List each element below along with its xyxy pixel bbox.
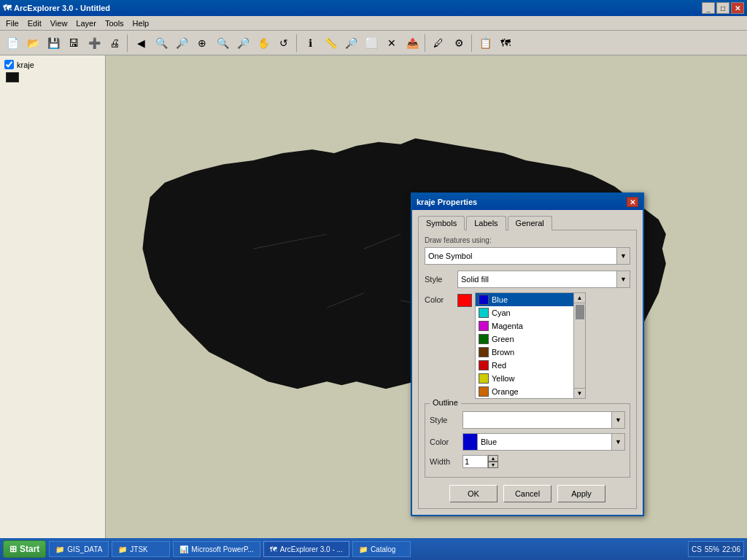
clearsel-button[interactable]: ✕ [382,34,401,52]
refresh-button[interactable]: ↺ [274,34,293,52]
menu-tools[interactable]: Tools [101,18,128,29]
tab-labels[interactable]: Labels [466,216,506,230]
color-name-orange: Orange [492,387,519,396]
outline-style-arrow[interactable]: ▼ [611,412,624,428]
menu-file[interactable]: File [1,18,23,29]
print-button[interactable]: 🖨 [105,34,124,52]
color-item-green[interactable]: Green [476,332,573,346]
spin-up-button[interactable]: ▲ [488,455,498,462]
color-name-yellow: Yellow [492,374,514,383]
color-item-red[interactable]: Red [476,359,573,372]
color-item-yellow[interactable]: Yellow [476,372,573,385]
cancel-button[interactable]: Cancel [503,485,551,502]
taskbar-item-jtsk[interactable]: 📁 JTSK [112,541,170,557]
outline-color-arrow[interactable]: ▼ [611,434,624,450]
outline-width-label: Width [430,457,462,466]
zoom-in-button[interactable]: 🔍 [213,34,232,52]
tab-symbols[interactable]: Symbols [418,216,465,230]
outline-section: Outline Style ▼ Color [425,403,630,478]
menu-layer[interactable]: Layer [71,18,101,29]
zoom-out-button[interactable]: 🔎 [233,34,252,52]
zoom-full-button[interactable]: 🔎 [172,34,191,52]
scroll-up-button[interactable]: ▲ [574,293,585,303]
saveas-button[interactable]: 🖫 [64,34,83,52]
new-button[interactable]: 📄 [3,34,22,52]
back-button[interactable]: ◀ [131,34,150,52]
taskbar-icon-catalog: 📁 [359,545,368,553]
save-button[interactable]: 💾 [44,34,63,52]
map-area[interactable]: kraje Properties ✕ Symbols Labels Genera… [106,55,747,538]
scroll-down-button[interactable]: ▼ [574,388,585,398]
identify-button[interactable]: 🖊 [429,34,448,52]
scroll-thumb [576,305,584,319]
layer-swatch-kraje [6,72,19,82]
dialog-tabs: Symbols Labels General [418,216,637,230]
taskbar-item-arcexplorer[interactable]: 🗺 ArcExplorer 3.0 - ... [263,541,349,557]
color-name-green: Green [492,335,514,343]
taskbar-label-powerpoint: Microsoft PowerP... [191,545,253,553]
settings-button[interactable]: ⚙ [449,34,468,52]
taskbar-item-catalog[interactable]: 📁 Catalog [352,541,411,557]
select-button[interactable]: ⬜ [362,34,381,52]
zoom-layer-button[interactable]: ⊕ [193,34,212,52]
menu-bar: File Edit View Layer Tools Help [0,16,747,31]
color-item-orange[interactable]: Orange [476,385,573,398]
color-scrollbar[interactable]: ▲ ▼ [573,293,585,398]
style-label: Style [425,275,457,284]
outline-style-select[interactable]: ▼ [462,411,625,429]
taskbar-tray: CS 55% 22:06 [688,541,744,557]
find-button[interactable]: 🔎 [341,34,360,52]
dialog-body: Symbols Labels General Draw features usi… [412,210,643,515]
color-row: Color Blue [425,292,630,399]
apply-button[interactable]: Apply [557,485,605,502]
color-item-blue[interactable]: Blue [476,293,573,306]
close-button[interactable]: ✕ [731,2,744,14]
measure-button[interactable]: 📏 [321,34,340,52]
color-item-brown[interactable]: Brown [476,346,573,359]
outline-width-input[interactable] [462,455,488,468]
pan-button[interactable]: ✋ [254,34,273,52]
style-arrow[interactable]: ▼ [616,271,630,287]
outline-width-spinner[interactable]: ▲ ▼ [462,455,498,468]
tab-general[interactable]: General [508,216,552,230]
minimize-button[interactable]: _ [702,2,715,14]
draw-features-label: Draw features using: [425,236,630,244]
color-item-magenta[interactable]: Magenta [476,319,573,332]
taskbar-label-jtsk: JTSK [130,545,147,553]
color-list[interactable]: Blue Cyan Magenta [475,292,586,399]
toolbar-sep-3 [425,34,426,52]
info-button[interactable]: ℹ [301,34,320,52]
color-item-cyan[interactable]: Cyan [476,306,573,319]
layer-checkbox-kraje[interactable] [4,60,14,69]
style-value: Solid fill [458,271,616,287]
color-dot-green [479,334,489,344]
outline-legend-label: Outline [430,398,461,407]
addlayer-button[interactable]: ➕ [85,34,104,52]
color-dot-cyan [479,308,489,318]
dialog-close-button[interactable]: ✕ [627,197,638,207]
legend-button[interactable]: 📋 [476,34,495,52]
maximize-button[interactable]: □ [716,2,729,14]
draw-mode-select[interactable]: One Symbol ▼ [425,247,630,265]
color-name-red: Red [492,361,506,370]
tray-lang: CS [692,545,702,553]
menu-edit[interactable]: Edit [23,18,46,29]
sidebar: kraje [0,55,106,538]
menu-view[interactable]: View [46,18,72,29]
menu-help[interactable]: Help [128,18,154,29]
outline-style-row: Style ▼ [430,411,625,429]
color-swatch[interactable] [457,294,472,307]
open-button[interactable]: 📂 [23,34,42,52]
draw-mode-arrow[interactable]: ▼ [616,248,630,264]
layer-item-kraje[interactable]: kraje [3,58,102,71]
spin-down-button[interactable]: ▼ [488,462,498,468]
taskbar-item-powerpoint[interactable]: 📊 Microsoft PowerP... [173,541,260,557]
outline-color-select[interactable]: Blue ▼ [462,433,625,451]
export-button[interactable]: 📤 [403,34,422,52]
ok-button[interactable]: OK [449,485,498,502]
taskbar-item-gisdata[interactable]: 📁 GIS_DATA [49,541,109,557]
overview-button[interactable]: 🗺 [496,34,515,52]
start-button[interactable]: ⊞ Start [3,540,46,558]
search-button[interactable]: 🔍 [152,34,171,52]
style-select[interactable]: Solid fill ▼ [457,271,630,288]
